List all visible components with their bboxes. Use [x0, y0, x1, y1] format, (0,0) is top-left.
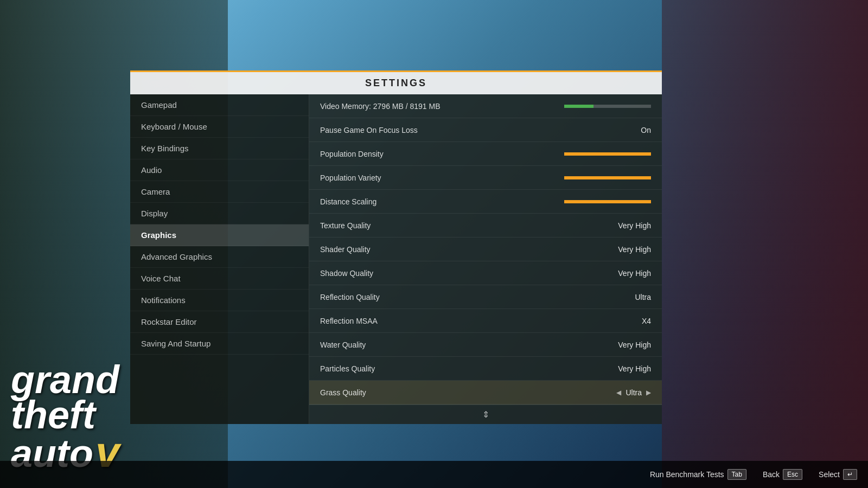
pause-game-label: Pause Game On Focus Loss [320, 126, 418, 134]
population-density-bar [564, 152, 651, 156]
back-key: Esc [783, 469, 802, 480]
reflection-quality-label: Reflection Quality [320, 293, 380, 301]
particles-quality-label: Particles Quality [320, 364, 375, 373]
bottom-bar: Run Benchmark Tests Tab Back Esc Select … [0, 461, 868, 488]
menu-item-gamepad[interactable]: Gamepad [130, 94, 309, 116]
reflection-msaa-value: X4 [642, 317, 651, 325]
menu-item-notifications[interactable]: Notifications [130, 290, 309, 311]
water-quality-row[interactable]: Water Quality Very High [309, 333, 662, 357]
menu-item-keyboard-mouse[interactable]: Keyboard / Mouse [130, 116, 309, 138]
population-variety-row[interactable]: Population Variety [309, 166, 662, 190]
scroll-indicator: ⇕ [309, 404, 662, 424]
grass-quality-text: Ultra [626, 388, 642, 397]
shader-quality-label: Shader Quality [320, 245, 371, 254]
reflection-quality-value: Ultra [635, 293, 651, 301]
menu-item-audio[interactable]: Audio [130, 159, 309, 181]
distance-scaling-bar-fill [564, 200, 651, 203]
distance-scaling-label: Distance Scaling [320, 197, 376, 206]
texture-quality-label: Texture Quality [320, 221, 371, 230]
shader-quality-value: Very High [618, 245, 651, 254]
population-variety-bar-fill [564, 176, 651, 179]
population-density-bar-fill [564, 152, 651, 156]
reflection-quality-row[interactable]: Reflection Quality Ultra [309, 285, 662, 309]
right-arrow-icon[interactable]: ▶ [646, 389, 651, 396]
reflection-msaa-label: Reflection MSAA [320, 317, 378, 325]
logo-line1: grand [11, 362, 119, 397]
particles-quality-row[interactable]: Particles Quality Very High [309, 357, 662, 381]
shadow-quality-row[interactable]: Shadow Quality Very High [309, 261, 662, 285]
population-density-label: Population Density [320, 150, 384, 158]
texture-quality-value: Very High [618, 221, 651, 230]
benchmark-label: Run Benchmark Tests [650, 470, 724, 479]
pause-game-value: On [641, 126, 651, 134]
settings-content: Video Memory: 2796 MB / 8191 MB Pause Ga… [309, 94, 662, 404]
scroll-up-down-icon: ⇕ [482, 409, 489, 420]
back-button[interactable]: Back Esc [763, 469, 802, 480]
population-variety-bar [564, 176, 651, 179]
select-button[interactable]: Select ↵ [819, 469, 857, 480]
gta-logo: grand theft autoV [11, 362, 119, 472]
video-memory-bar [564, 105, 651, 108]
menu-item-advanced-graphics[interactable]: Advanced Graphics [130, 246, 309, 268]
select-label: Select [819, 470, 840, 479]
water-quality-label: Water Quality [320, 341, 366, 349]
distance-scaling-row[interactable]: Distance Scaling [309, 190, 662, 214]
menu-item-saving-startup[interactable]: Saving And Startup [130, 333, 309, 355]
population-variety-label: Population Variety [320, 174, 381, 182]
video-memory-bar-fill [564, 105, 593, 108]
settings-body: Gamepad Keyboard / Mouse Key Bindings Au… [130, 94, 662, 424]
back-label: Back [763, 470, 780, 479]
settings-title: SETTINGS [130, 70, 662, 94]
grass-quality-value: ◀ Ultra ▶ [616, 388, 651, 397]
settings-menu: Gamepad Keyboard / Mouse Key Bindings Au… [130, 94, 309, 424]
benchmark-key: Tab [727, 469, 746, 480]
select-key: ↵ [843, 469, 857, 480]
shader-quality-row[interactable]: Shader Quality Very High [309, 237, 662, 261]
grass-quality-row[interactable]: Grass Quality ◀ Ultra ▶ [309, 381, 662, 404]
benchmark-button[interactable]: Run Benchmark Tests Tab [650, 469, 746, 480]
settings-panel: SETTINGS Gamepad Keyboard / Mouse Key Bi… [130, 70, 662, 385]
shadow-quality-value: Very High [618, 269, 651, 278]
menu-item-voice-chat[interactable]: Voice Chat [130, 268, 309, 290]
bg-right-overlay [662, 0, 868, 488]
reflection-msaa-row[interactable]: Reflection MSAA X4 [309, 309, 662, 333]
video-memory-label: Video Memory: 2796 MB / 8191 MB [320, 102, 441, 111]
pause-game-row[interactable]: Pause Game On Focus Loss On [309, 118, 662, 142]
menu-item-graphics[interactable]: Graphics [130, 224, 309, 246]
menu-item-display[interactable]: Display [130, 203, 309, 224]
particles-quality-value: Very High [618, 364, 651, 373]
video-memory-row: Video Memory: 2796 MB / 8191 MB [309, 94, 662, 118]
shadow-quality-label: Shadow Quality [320, 269, 373, 278]
menu-item-camera[interactable]: Camera [130, 181, 309, 203]
distance-scaling-bar [564, 200, 651, 203]
grass-quality-label: Grass Quality [320, 388, 366, 397]
water-quality-value: Very High [618, 341, 651, 349]
population-density-row[interactable]: Population Density [309, 142, 662, 166]
texture-quality-row[interactable]: Texture Quality Very High [309, 214, 662, 237]
menu-item-key-bindings[interactable]: Key Bindings [130, 138, 309, 159]
left-arrow-icon[interactable]: ◀ [616, 389, 621, 396]
menu-item-rockstar-editor[interactable]: Rockstar Editor [130, 311, 309, 333]
